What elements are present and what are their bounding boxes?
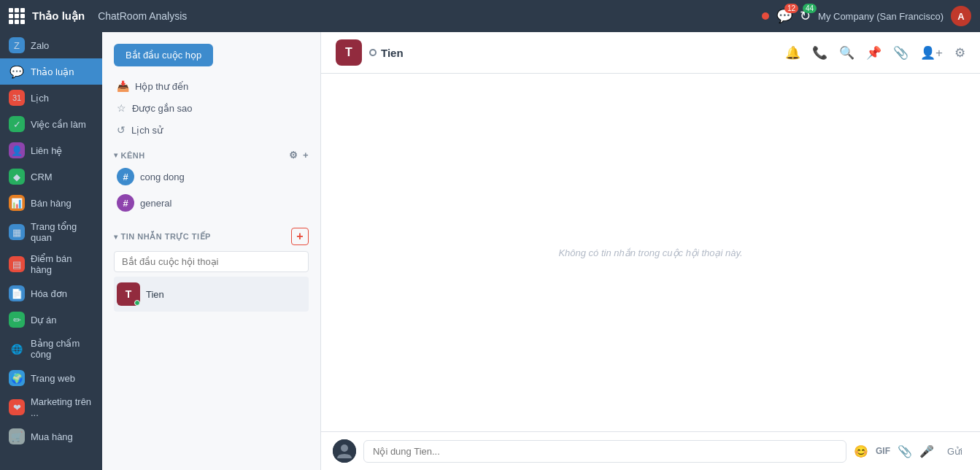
sidebar-label-diem-ban-hang: Điểm bán hàng [31, 253, 93, 275]
chat-header-avatar: T [336, 39, 362, 66]
sidebar-label-mua-hang: Mua hàng [31, 431, 73, 442]
settings-icon[interactable]: ⚙ [954, 45, 965, 61]
channel-general[interactable]: # general [102, 190, 320, 216]
sidebar-label-ban-hang: Bán hàng [31, 198, 72, 209]
gif-icon[interactable]: GIF [876, 446, 890, 456]
menu-item-history[interactable]: ↺ Lịch sử [102, 119, 320, 141]
refresh-badge: 44 [803, 4, 817, 13]
dm-search-input[interactable] [114, 251, 309, 272]
app-name: Thảo luận [32, 9, 85, 23]
channel-cong-dong[interactable]: # cong dong [102, 163, 320, 190]
add-user-icon[interactable]: 👤+ [920, 45, 943, 61]
thao-luan-icon: 💬 [9, 63, 25, 80]
microphone-icon[interactable]: 🎤 [919, 444, 934, 458]
status-circle-icon [369, 49, 377, 56]
kenh-add-icon[interactable]: + [303, 150, 309, 161]
sidebar-label-trang-web: Trang web [31, 373, 75, 384]
kenh-actions: ⚙ + [289, 150, 309, 161]
status-dot-icon [762, 12, 769, 20]
cong-dong-icon: # [117, 168, 134, 185]
main-content: Bắt đầu cuộc họp 📥 Hộp thư đến ☆ Được gắ… [102, 32, 980, 470]
lien-he-icon: 👤 [9, 142, 25, 158]
history-label: Lịch sử [131, 125, 163, 136]
send-button[interactable]: Gửi [941, 443, 968, 460]
sidebar-item-lien-he[interactable]: 👤 Liên hệ [0, 137, 102, 163]
inbox-icon: 📥 [117, 80, 129, 92]
sidebar-item-lich[interactable]: 31 Lịch [0, 85, 102, 111]
dm-item-tien[interactable]: T Tien [114, 277, 309, 312]
sidebar-item-thao-luan[interactable]: 💬 Thảo luận [0, 58, 102, 85]
sidebar: Z Zalo 💬 Thảo luận 31 Lịch ✓ Việc cần là… [0, 32, 102, 470]
chat-header: T Tien 🔔 📞 🔍 📌 📎 👤+ ⚙ [321, 32, 980, 74]
inbox-label: Hộp thư đến [135, 81, 188, 92]
sidebar-item-trang-tong-quan[interactable]: ▦ Trang tổng quan [0, 216, 102, 248]
sidebar-item-viec-can-lam[interactable]: ✓ Việc cần làm [0, 111, 102, 137]
sidebar-item-mua-hang[interactable]: 🛒 Mua hàng [0, 423, 102, 450]
sidebar-label-viec: Việc cần làm [31, 119, 86, 130]
mua-hang-icon: 🛒 [9, 428, 25, 444]
sidebar-item-zalo[interactable]: Z Zalo [0, 32, 102, 58]
cong-dong-label: cong dong [140, 172, 185, 182]
sidebar-item-marketing[interactable]: ❤ Marketing trên ... [0, 391, 102, 423]
paperclip-icon[interactable]: 📎 [893, 45, 908, 61]
dm-add-button[interactable]: + [291, 228, 309, 245]
no-messages-text: Không có tin nhắn trong cuộc hội thoại n… [558, 247, 742, 258]
kenh-settings-icon[interactable]: ⚙ [289, 150, 298, 161]
zalo-icon: Z [9, 37, 25, 53]
trang-web-icon: 🌍 [9, 370, 25, 386]
general-label: general [140, 198, 171, 209]
sidebar-item-trang-web[interactable]: 🌍 Trang web [0, 365, 102, 391]
menu-item-starred[interactable]: ☆ Được gắn sao [102, 97, 320, 119]
attachment-icon[interactable]: 📎 [898, 444, 912, 458]
menu-item-inbox[interactable]: 📥 Hộp thư đến [102, 75, 320, 97]
chat-messages: Không có tin nhắn trong cuộc hội thoại n… [321, 74, 980, 431]
sidebar-label-zalo: Zalo [31, 40, 49, 51]
sidebar-item-bang-cham-cong[interactable]: 🌐 Bảng chấm công [0, 333, 102, 365]
marketing-icon: ❤ [9, 399, 25, 415]
crm-icon: ◆ [9, 169, 25, 185]
grid-menu-icon[interactable] [9, 8, 25, 24]
company-name: My Company (San Francisco) [818, 11, 944, 22]
bell-icon[interactable]: 🔔 [785, 45, 800, 61]
chat-area: T Tien 🔔 📞 🔍 📌 📎 👤+ ⚙ Không có tin nhắn … [321, 32, 980, 470]
sidebar-item-diem-ban-hang[interactable]: ▤ Điểm bán hàng [0, 248, 102, 280]
sidebar-label-crm: CRM [31, 172, 53, 182]
sidebar-label-marketing: Marketing trên ... [31, 396, 93, 418]
search-icon[interactable]: 🔍 [839, 45, 854, 61]
phone-icon[interactable]: 📞 [812, 45, 827, 61]
topbar-right: 💬 12 ↻ 44 My Company (San Francisco) A [762, 6, 971, 26]
viec-icon: ✓ [9, 116, 25, 132]
trang-tong-quan-icon: ▦ [9, 224, 25, 240]
bang-cham-cong-icon: 🌐 [9, 341, 25, 357]
user-avatar[interactable]: A [951, 6, 971, 26]
dm-status-dot [134, 300, 140, 306]
chat-input-box[interactable] [363, 440, 846, 463]
notifications-button[interactable]: 💬 12 [776, 8, 792, 24]
dm-section-label: TIN NHẮN TRỰC TIẾP [121, 232, 211, 242]
dm-section-header: ▾ TIN NHẮN TRỰC TIẾP + [102, 222, 320, 248]
sidebar-item-crm[interactable]: ◆ CRM [0, 163, 102, 190]
sidebar-item-ban-hang[interactable]: 📊 Bán hàng [0, 190, 102, 216]
sidebar-label-bang-cham-cong: Bảng chấm công [31, 338, 93, 360]
refresh-button[interactable]: ↻ 44 [800, 8, 811, 24]
notifications-badge: 12 [784, 4, 798, 13]
chat-input-icons: 😊 GIF 📎 🎤 [854, 444, 934, 458]
chat-list-top: Bắt đầu cuộc họp [102, 32, 320, 72]
chat-header-status: Tien [369, 47, 404, 59]
sidebar-item-du-an[interactable]: ✏ Dự án [0, 307, 102, 333]
pin-icon[interactable]: 📌 [866, 45, 881, 61]
chevron-kenh-icon: ▾ [114, 151, 118, 159]
star-icon: ☆ [117, 102, 126, 114]
chat-menu: 📥 Hộp thư đến ☆ Được gắn sao ↺ Lịch sử [102, 72, 320, 144]
lich-icon: 31 [9, 90, 25, 106]
chevron-dm-icon: ▾ [114, 233, 118, 241]
chat-input-area: 😊 GIF 📎 🎤 Gửi [321, 431, 980, 470]
du-an-icon: ✏ [9, 312, 25, 328]
start-meeting-button[interactable]: Bắt đầu cuộc họp [114, 44, 213, 66]
svg-point-1 [341, 444, 348, 452]
emoji-icon[interactable]: 😊 [854, 444, 868, 458]
general-icon: # [117, 194, 134, 212]
sidebar-item-hoa-don[interactable]: 📄 Hóa đơn [0, 280, 102, 307]
history-icon: ↺ [117, 124, 126, 136]
sidebar-label-trang-tong-quan: Trang tổng quan [31, 221, 93, 243]
